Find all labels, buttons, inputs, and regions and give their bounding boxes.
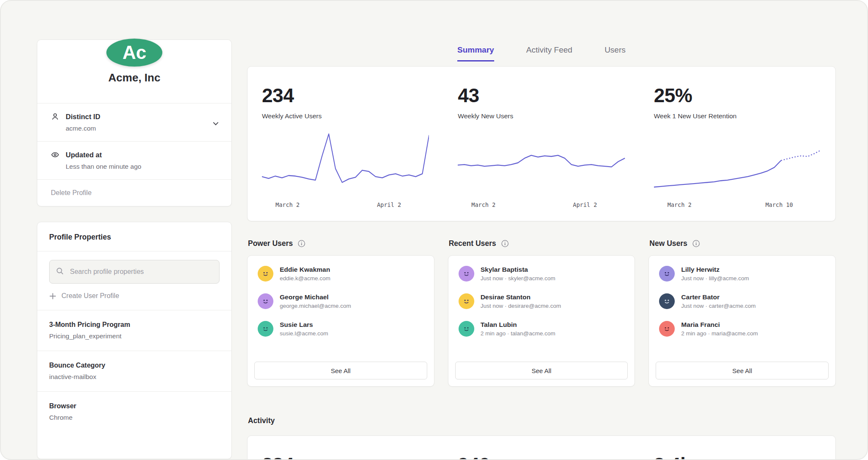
user-row[interactable]: Maria Franci 2 min ago · maria@acme.com (649, 315, 835, 343)
user-avatar-face-icon (459, 321, 474, 337)
summary-stats-card: 234 Weekly Active Users March 2 April 2 … (247, 66, 836, 221)
info-icon[interactable] (692, 240, 700, 248)
field-label-row: Updated at (51, 151, 218, 159)
user-row[interactable]: Susie Lars susie.l@acme.com (248, 315, 434, 343)
user-text: Talan Lubin 2 min ago · talan@acme.com (481, 321, 556, 337)
tab-summary[interactable]: Summary (457, 45, 494, 61)
user-card: Skylar Baptista Just now · skyler@acme.c… (448, 255, 635, 387)
user-row[interactable]: Desirae Stanton Just now · desirare@acme… (448, 287, 635, 315)
list-header: Recent Users (449, 239, 635, 248)
search-wrap (49, 260, 220, 284)
activity-section-title: Activity (248, 416, 836, 425)
stat-label: Weekly New Users (458, 112, 625, 120)
property-name: Bounce Category (49, 362, 220, 369)
x-tick-end: April 2 (573, 201, 597, 208)
user-subtitle: Just now · skyler@acme.com (481, 275, 556, 282)
user-subtitle: 2 min ago · maria@acme.com (681, 330, 758, 337)
stat-value: 234 (262, 84, 429, 107)
user-subtitle: Just now · carter@acme.com (681, 303, 756, 309)
user-subtitle: Just now · lilly@acme.com (681, 275, 749, 282)
user-text: Susie Lars susie.l@acme.com (280, 321, 328, 337)
user-text: Carter Bator Just now · carter@acme.com (681, 293, 756, 309)
x-axis: March 2 April 2 (262, 201, 429, 208)
user-avatar-face-icon (258, 293, 273, 309)
info-icon[interactable] (298, 240, 306, 248)
list-title: Recent Users (449, 239, 496, 248)
activity-stat-3: 3.4k (640, 453, 835, 460)
user-list-recent-users: Recent Users Skylar Baptista J (448, 239, 635, 387)
user-card: Lilly Herwitz Just now · lilly@acme.com … (648, 255, 836, 387)
user-name: Eddie Kwakman (280, 266, 331, 273)
user-text: Desirae Stanton Just now · desirare@acme… (481, 293, 561, 309)
user-list-new-users: New Users Lilly Herwitz Just n (648, 239, 836, 387)
create-user-profile-button[interactable]: Create User Profile (49, 284, 220, 310)
sparkline-week1-retention (654, 131, 821, 195)
field-label: Updated at (66, 151, 102, 159)
stat-value: 940 (458, 453, 625, 460)
stat-weekly-active-users: 234 Weekly Active Users March 2 April 2 (248, 84, 443, 208)
x-tick-start: March 2 (275, 201, 300, 208)
user-row[interactable]: Lilly Herwitz Just now · lilly@acme.com (649, 260, 835, 287)
plus-icon (49, 293, 56, 300)
user-name: Lilly Herwitz (681, 266, 749, 273)
profile-properties-card: Profile Properties Create User Profile (37, 222, 232, 459)
activity-stat-2: 940 (443, 453, 639, 460)
user-avatar-face-icon (459, 266, 474, 282)
user-name: Skylar Baptista (481, 266, 556, 273)
field-label: Distinct ID (66, 113, 100, 121)
user-avatar-face-icon (659, 293, 675, 309)
user-row[interactable]: George Michael george.michael@acme.com (248, 287, 434, 315)
property-value: inactive-mailbox (49, 373, 220, 381)
list-header: Power Users (248, 239, 434, 248)
user-text: Eddie Kwakman eddie.k@acme.com (280, 266, 331, 282)
sparkline-weekly-active-users (262, 131, 429, 195)
property-row-pricing-program[interactable]: 3-Month Pricing Program Pricing_plan_exp… (37, 310, 231, 351)
activity-stat-1: 234 (248, 453, 443, 460)
user-subtitle: Just now · desirare@acme.com (481, 303, 561, 309)
tab-activity-feed[interactable]: Activity Feed (526, 45, 573, 61)
delete-profile-button[interactable]: Delete Profile (37, 179, 231, 206)
search-input[interactable] (49, 260, 220, 284)
user-card: Eddie Kwakman eddie.k@acme.com George Mi… (247, 255, 434, 387)
see-all-button[interactable]: See All (254, 362, 427, 379)
layout: Ac Acme, Inc Distinct ID acme.com (1, 1, 867, 459)
stat-label: Weekly Active Users (262, 112, 429, 120)
stat-label: Week 1 New User Retention (654, 112, 821, 120)
app-window: Ac Acme, Inc Distinct ID acme.com (0, 0, 868, 460)
user-text: Maria Franci 2 min ago · maria@acme.com (681, 321, 758, 337)
sidebar: Ac Acme, Inc Distinct ID acme.com (37, 1, 232, 459)
user-name: Susie Lars (280, 321, 328, 329)
stat-value: 25% (654, 84, 821, 107)
search-icon (56, 267, 64, 277)
field-value: acme.com (66, 125, 218, 132)
user-name: George Michael (280, 293, 351, 301)
user-avatar-face-icon (659, 321, 675, 337)
user-avatar-face-icon (459, 293, 474, 309)
list-title: New Users (649, 239, 687, 248)
user-lists-row: Power Users Eddie Kwakman eddi (247, 239, 836, 387)
field-label-row: Distinct ID (51, 112, 218, 121)
main-content: Summary Activity Feed Users 234 Weekly A… (247, 1, 836, 459)
profile-properties-title: Profile Properties (37, 222, 231, 251)
see-all-button[interactable]: See All (656, 362, 829, 379)
user-name: Desirae Stanton (481, 293, 561, 301)
user-row[interactable]: Talan Lubin 2 min ago · talan@acme.com (448, 315, 635, 343)
tab-users[interactable]: Users (604, 45, 626, 61)
user-row[interactable]: Eddie Kwakman eddie.k@acme.com (248, 260, 434, 287)
user-row[interactable]: Carter Bator Just now · carter@acme.com (649, 287, 835, 315)
sparkline-weekly-new-users (458, 131, 625, 195)
user-text: George Michael george.michael@acme.com (280, 293, 351, 309)
user-row[interactable]: Skylar Baptista Just now · skyler@acme.c… (448, 260, 635, 287)
field-value: Less than one minute ago (66, 163, 218, 170)
user-text: Skylar Baptista Just now · skyler@acme.c… (481, 266, 556, 282)
user-text: Lilly Herwitz Just now · lilly@acme.com (681, 266, 749, 282)
property-row-browser[interactable]: Browser Chrome (37, 391, 231, 432)
see-all-button[interactable]: See All (455, 362, 628, 379)
info-icon[interactable] (501, 240, 509, 248)
user-list-power-users: Power Users Eddie Kwakman eddi (247, 239, 434, 387)
property-row-bounce-category[interactable]: Bounce Category inactive-mailbox (37, 351, 231, 391)
chevron-down-icon[interactable] (212, 120, 220, 129)
property-name: 3-Month Pricing Program (49, 321, 220, 329)
x-tick-start: March 2 (471, 201, 495, 208)
user-avatar-face-icon (659, 266, 675, 282)
